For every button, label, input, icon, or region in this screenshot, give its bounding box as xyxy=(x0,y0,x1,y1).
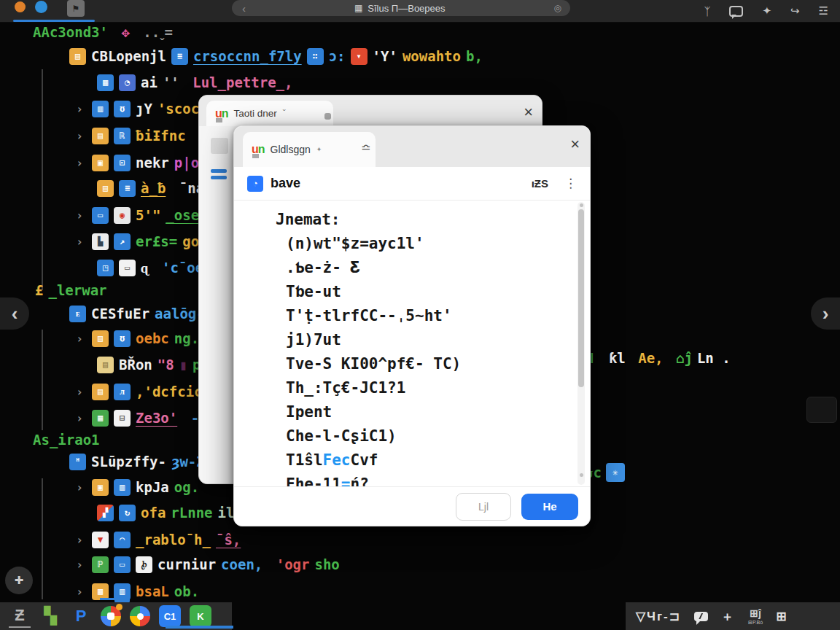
expand-chevron-icon[interactable]: › xyxy=(72,156,87,170)
file-icon: ʊ xyxy=(114,330,131,347)
editor-text-fragment: ᴊc✳ xyxy=(588,463,625,482)
app-pixels[interactable]: ▚ xyxy=(39,605,61,627)
back-window-tab[interactable]: un Taoti dner ˇ xyxy=(206,101,333,126)
tree-row[interactable]: £_lerwar xyxy=(35,281,107,300)
tree-row[interactable]: ›▤ℝƀiƗfnc xyxy=(72,126,186,145)
file-icon: ◠ xyxy=(114,532,131,548)
chat-icon[interactable] xyxy=(729,6,743,17)
front-tab-title: Gldlsggn xyxy=(271,144,311,155)
pinned-tab-icon[interactable]: ⚑ xyxy=(67,0,85,17)
panel-expand-right-button[interactable]: › xyxy=(811,298,840,330)
expand-chevron-icon[interactable]: › xyxy=(72,533,87,547)
tree-row[interactable]: ›▣⊡nekrp|o xyxy=(72,153,199,172)
floating-action-button[interactable]: ✚ xyxy=(5,567,33,594)
front-window-close-button[interactable]: × xyxy=(570,136,580,152)
expand-chevron-icon[interactable]: › xyxy=(72,209,87,222)
tree-item-label: crsoccnn_f7ly xyxy=(193,48,302,64)
app-chrome[interactable] xyxy=(130,606,150,626)
upload-icon[interactable]: ≏ xyxy=(361,141,370,155)
expand-chevron-icon[interactable]: › xyxy=(72,585,87,599)
scroll-dot-bottom xyxy=(580,473,583,477)
traffic-light-orange[interactable] xyxy=(15,1,26,12)
dialog-footer: Ljl He xyxy=(234,486,590,526)
file-icon: ▤ xyxy=(69,48,86,65)
tree-row[interactable]: ›▣▥kpJaog. xyxy=(72,478,199,497)
tree-row[interactable]: ▞↻ofarLnneil1 xyxy=(97,503,243,522)
scrollbar-thumb[interactable] xyxy=(578,209,584,387)
address-bar[interactable]: ‹ ▦ Sīlus Π—Boepees ◎ xyxy=(232,0,570,16)
tree-item-label: b, xyxy=(466,48,483,64)
right-edge-tile[interactable] xyxy=(806,397,837,423)
expand-chevron-icon[interactable]: › xyxy=(72,129,87,143)
tree-item-label: ai xyxy=(141,74,158,90)
secondary-button[interactable]: Ljl xyxy=(456,493,511,521)
share-arrow-icon[interactable]: ↪ xyxy=(790,4,800,18)
app-sheets[interactable]: K xyxy=(190,605,211,627)
expand-chevron-icon[interactable]: › xyxy=(72,558,87,572)
tray-ime[interactable]: ⊞ĵ⊞P.Bó xyxy=(748,608,763,625)
tray-grid-icon[interactable]: ⊞ xyxy=(776,609,788,624)
tree-item-label: AAc3ond3' xyxy=(33,24,108,40)
expand-chevron-icon[interactable]: › xyxy=(72,385,87,399)
file-icon: ◳ xyxy=(97,260,114,276)
front-window-tab[interactable]: un Gldlsggn ✦ xyxy=(243,132,376,167)
tree-item-label: ɋ xyxy=(141,260,149,276)
tree-row[interactable]: As_irao1 xyxy=(33,430,100,449)
inline-widget-icon[interactable]: ✳ xyxy=(606,463,625,482)
file-icon: ▼ xyxy=(92,532,109,548)
app-clapper[interactable]: C1 xyxy=(159,605,181,627)
tree-row[interactable]: ›▦▥bsaLob. xyxy=(72,582,199,601)
dialog-text-line: T1ŝlFecCvf xyxy=(276,448,575,472)
reload-icon[interactable]: ◎ xyxy=(554,3,561,13)
tree-row[interactable]: ▤≡à_ƀ ¯na xyxy=(97,179,204,198)
tree-row[interactable]: ▦◔ai'' Lul_pettre_, xyxy=(97,73,293,92)
taskbar-active-indicator xyxy=(166,626,233,629)
active-tab-indicator xyxy=(13,20,95,22)
tray-chat-icon[interactable] xyxy=(694,612,708,621)
tray-plus-icon[interactable]: ＋ xyxy=(721,608,735,625)
file-icon: ▙ xyxy=(92,233,109,250)
back-window-close-button[interactable]: × xyxy=(524,104,533,120)
expand-chevron-icon[interactable]: › xyxy=(72,102,87,116)
header-count-icon[interactable]: ıƵS xyxy=(532,177,548,190)
app-browser[interactable] xyxy=(101,606,121,626)
expand-chevron-icon[interactable]: › xyxy=(72,481,87,494)
tray-glyphs[interactable]: ▽Чг-⊐ xyxy=(636,609,681,624)
file-icon: ↻ xyxy=(119,505,136,521)
dialog-text-line: Jnemat: xyxy=(276,208,575,232)
extensions-icon[interactable]: ✦ xyxy=(762,4,771,18)
tree-item-label: CESfuEr xyxy=(91,306,149,322)
tree-row[interactable]: ›▤ʊoebcng. xyxy=(72,329,199,348)
app-p[interactable]: P xyxy=(70,605,92,627)
traffic-light-blue[interactable] xyxy=(35,1,47,13)
dialog-text-line: Che-l-CʂiC1) xyxy=(276,424,575,448)
file-icon: ▭ xyxy=(92,207,109,224)
hamburger-menu-icon[interactable] xyxy=(211,169,227,182)
tree-row[interactable]: ›▼◠_rablo¯h_¯ŝ, xyxy=(72,530,241,549)
tree-item-label: CBLopenjl xyxy=(91,48,166,64)
tree-item-label: ✥ xyxy=(113,24,130,40)
file-icon: ⊟ xyxy=(114,410,131,427)
tree-row[interactable]: ›ℙ▭ꞗcurniurcoen, 'ogrsho xyxy=(72,555,340,574)
expand-chevron-icon[interactable]: › xyxy=(72,235,87,249)
tree-item-label: curniur xyxy=(158,556,216,572)
menu-list-icon[interactable]: ☲ xyxy=(819,4,828,18)
panel-collapse-left-button[interactable]: ‹ xyxy=(0,298,29,330)
tree-item-label: Lul_pettre_, xyxy=(184,74,293,90)
document-header: ◔ bave ıƵS ⋮ xyxy=(234,167,590,201)
primary-button[interactable]: He xyxy=(521,494,578,520)
file-icon: ꞗ xyxy=(136,556,152,573)
file-icon: ᴇ xyxy=(69,306,86,322)
front-window[interactable]: un Gldlsggn ✦ ≏ × ◔ bave ıƵS ⋮ Jnemat:(n… xyxy=(233,125,591,526)
expand-chevron-icon[interactable]: › xyxy=(72,411,87,425)
file-icon: ≡ xyxy=(119,180,136,197)
kebab-menu-icon[interactable]: ⋮ xyxy=(564,176,577,191)
accessibility-icon[interactable]: ᛉ xyxy=(704,5,710,18)
tree-item-label: _rablo¯h_ xyxy=(136,532,211,548)
tree-row[interactable]: ▤CBLopenjl≡crsoccnn_f7ly∷ɔ:▾'Y'wowahtob, xyxy=(69,47,483,66)
tree-item-label: ..ˬ= xyxy=(135,24,173,41)
app-tool[interactable]: Ƶ xyxy=(9,604,31,628)
expand-chevron-icon[interactable]: › xyxy=(72,332,87,346)
tree-row[interactable]: AAc3ond3' ✥ ..ˬ= xyxy=(33,23,173,42)
tree-row[interactable]: ›▥ʊȷY'scoc xyxy=(72,99,199,118)
